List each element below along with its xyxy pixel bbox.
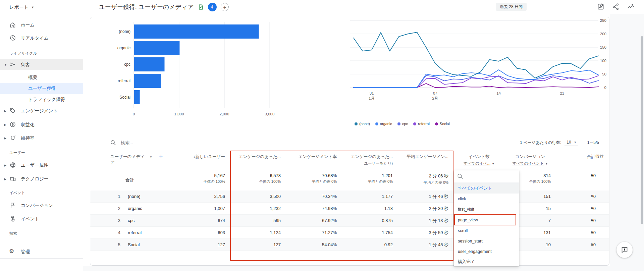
legend-label: cpc (402, 122, 408, 126)
sidebar-item-engagement[interactable]: ▶ エンゲージメント (0, 105, 83, 116)
row-cell: 71.27% (286, 227, 342, 239)
x-tick-label: 21 (560, 91, 564, 95)
sidebar-item-home[interactable]: ホーム (0, 19, 83, 31)
dropdown-item-すべてのイベント[interactable]: すべてのイベント (454, 183, 519, 194)
series-line-Social (354, 84, 598, 88)
app-bar: レポート ▼ ユーザー獲得: ユーザーのメディア す + 過去 28 日間 (0, 0, 644, 14)
column-header-engaged_per_user[interactable]: エンゲージのあった...ユーザーあたり) (342, 150, 398, 170)
row-cell: 1,232 (230, 203, 286, 215)
legend-item: Social (435, 122, 450, 126)
insights-icon[interactable] (627, 3, 635, 11)
row-cell: 2 分 30 秒 (398, 203, 454, 215)
dropdown-item-購入完了[interactable]: 購入完了 (454, 257, 519, 267)
chevron-right-icon: ▶ (4, 177, 6, 181)
sidebar-item-overview[interactable]: 概要 (0, 72, 83, 83)
chevron-right-icon: ▶ (4, 123, 6, 126)
gear-icon: ⚙ (9, 248, 16, 255)
report-nav-switcher[interactable]: レポート ▼ (9, 4, 34, 10)
bar-category-label: referral (118, 78, 130, 83)
y-tick-label: 50 (602, 72, 606, 76)
home-icon (9, 21, 16, 28)
sidebar-item-realtime[interactable]: リアルタイム (0, 33, 83, 44)
share-icon[interactable] (612, 3, 620, 11)
table-search[interactable] (110, 140, 194, 146)
report-verified-icon (198, 4, 204, 10)
row-cell: ¥0 (556, 239, 609, 251)
x-tick-label: 14 (496, 91, 501, 95)
column-header-dimension[interactable]: ユーザーのメディア▼＋ (90, 150, 169, 170)
clock-icon (9, 35, 16, 41)
bar-category-label: cpc (124, 62, 130, 67)
table-row: 3cpc67459567.92%0.8751 分 13 秒7¥0 (90, 215, 609, 227)
sidebar-item-tech[interactable]: ▶ テクノロジー (0, 173, 83, 184)
dropdown-item-click[interactable]: click (454, 194, 519, 204)
chevron-right-icon: ▶ (4, 109, 6, 113)
date-range-selector[interactable]: 過去 28 日間 (496, 3, 527, 11)
feedback-bubble-icon (621, 246, 628, 254)
dropdown-item-user_engagement[interactable]: user_engagement (454, 246, 519, 257)
avatar[interactable]: す (208, 3, 217, 11)
column-header-event_count[interactable]: イベント数すべてのイベ...▼ (454, 150, 504, 170)
table-row: 1(none)2,7563,50070.34%1.1771 分 46 秒151¥… (90, 191, 609, 203)
row-cell: ¥0 (556, 227, 609, 239)
add-column-icon[interactable]: ＋ (158, 154, 164, 158)
chevron-right-icon: ▶ (4, 137, 6, 140)
column-header-revenue[interactable]: 合計収益 (556, 150, 609, 170)
totals-cell: 2 分 06 秒平均との差 0% (398, 170, 454, 191)
legend-item: (none) (355, 122, 370, 126)
dropdown-item-scroll[interactable]: scroll (454, 225, 519, 236)
row-cell: 67.92% (286, 215, 342, 227)
legend-label: organic (380, 122, 392, 126)
feedback-button[interactable] (616, 242, 633, 258)
dollar-circle-icon (9, 121, 16, 128)
sidebar-item-conversions[interactable]: コンバージョン (0, 200, 83, 211)
report-table: 1 ページあたりの行数: 10 ▼ 1～5/5 ユーザーのメディア▼＋↓新しいユ… (90, 135, 609, 251)
chevron-right-icon: ▶ (4, 164, 6, 167)
dropdown-item-session_start[interactable]: session_start (454, 236, 519, 246)
search-input[interactable] (120, 140, 194, 146)
chart-legend: (none)organiccpcreferralSocial (355, 122, 450, 126)
column-header-conversions[interactable]: コンバージョンすべてのイベント▼ (504, 150, 556, 170)
sidebar-item-events[interactable]: イベント (0, 213, 83, 224)
row-cell: 1 分 46 秒 (398, 191, 454, 203)
sidebar-section-explore: 探索 (9, 231, 17, 236)
acquisition-icon (9, 61, 16, 68)
row-number: 3 (90, 215, 122, 227)
sidebar-item-demographics[interactable]: ▶ ユーザー属性 (0, 160, 83, 171)
x-tick-label: 3,000 (265, 112, 275, 116)
metric-filter-link[interactable]: すべてのイベ...▼ (454, 161, 504, 166)
column-header-avg_engagement_time[interactable]: 平均エンゲージメン... (398, 150, 454, 170)
metric-filter-link[interactable]: すべてのイベント▼ (504, 161, 556, 166)
x-tick-label: 0 (133, 112, 135, 116)
comparison-area (529, 1, 588, 12)
vertical-scrollbar[interactable] (641, 36, 643, 224)
row-cell: 2,756 (169, 191, 230, 203)
dropdown-search[interactable] (454, 170, 519, 182)
rows-per-page-select[interactable]: 10 ▼ (565, 139, 578, 146)
row-cell: 0.875 (342, 215, 398, 227)
column-header-engagement_rate[interactable]: エンゲージメント率 (286, 150, 342, 170)
dropdown-item-first_visit[interactable]: first_visit (454, 204, 519, 214)
table-header-row: ユーザーのメディア▼＋↓新しいユーザーエンゲージのあった...エンゲージメント率… (90, 150, 609, 170)
add-comparison-button[interactable]: + (221, 3, 229, 11)
chevron-down-icon: ▼ (574, 141, 577, 144)
series-line-referral (354, 76, 598, 88)
customize-report-icon[interactable] (597, 3, 605, 11)
sidebar-item-retention[interactable]: ▶ 維持率 (0, 132, 83, 144)
dropdown-item-page_view[interactable]: page_view (454, 214, 516, 225)
x-tick-sublabel: 2月 (432, 96, 438, 100)
legend-dot (413, 122, 416, 125)
sidebar-item-user-acquisition[interactable]: ユーザー獲得 (0, 83, 83, 94)
tag-icon (9, 107, 16, 114)
column-header-new_users[interactable]: ↓新しいユーザー (169, 150, 230, 170)
sidebar-item-traffic-acquisition[interactable]: トラフィック獲得 (0, 94, 83, 105)
sidebar-item-acquisition[interactable]: ▼ 集客 (0, 59, 83, 70)
column-header-engaged_sessions[interactable]: エンゲージのあった... (230, 150, 286, 170)
sidebar-item-admin[interactable]: ⚙ 管理 (0, 246, 83, 257)
row-cell: 3 分 59 秒 (398, 227, 454, 239)
totals-cell: 6,578全体の 100% (230, 170, 286, 191)
row-cell: ¥0 (556, 215, 609, 227)
bar-chart: 01,0002,0003,000(none)organiccpcreferral… (100, 20, 335, 124)
report-card: 01,0002,0003,000(none)organiccpcreferral… (90, 17, 609, 266)
sidebar-item-monetization[interactable]: ▶ 収益化 (0, 119, 83, 130)
